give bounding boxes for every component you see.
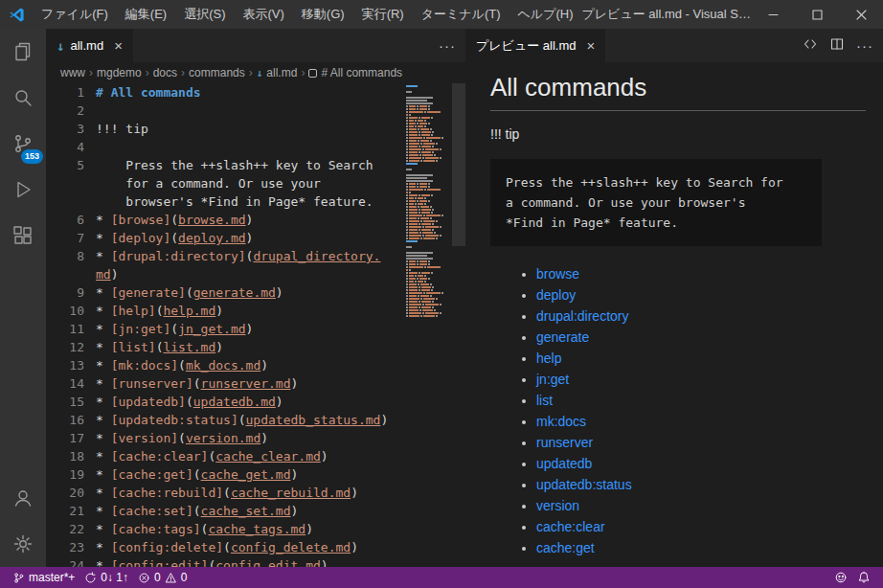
editor-pane[interactable]: 1# All commands23!!! tip45 Press the ++s…	[46, 83, 465, 567]
settings-gear-icon[interactable]	[0, 521, 46, 567]
code-row[interactable]: 8* [drupal:directory](drupal_directory.	[46, 247, 404, 265]
code-row[interactable]: 1# All commands	[46, 83, 404, 102]
breadcrumb-item[interactable]: mgdemo	[97, 66, 142, 79]
warning-icon	[165, 572, 177, 584]
git-branch-status[interactable]: master*+	[8, 567, 79, 588]
accounts-icon[interactable]	[0, 475, 46, 521]
command-link[interactable]: generate	[536, 329, 589, 345]
command-link[interactable]: list	[536, 393, 553, 408]
code-row[interactable]: 7* [deploy](deploy.md)	[46, 229, 404, 247]
command-link[interactable]: updatedb:status	[536, 477, 632, 492]
code-row[interactable]: 5 Press the ++slash++ key to Search	[46, 156, 404, 174]
tab-all-md[interactable]: ↓ all.md ×	[46, 29, 133, 62]
code-line: md)	[84, 265, 118, 283]
menu-item[interactable]: 編集(E)	[117, 0, 175, 29]
code-row[interactable]: 22* [cache:tags](cache_tags.md)	[46, 520, 404, 538]
breadcrumb-label: # All commands	[321, 66, 402, 79]
command-link[interactable]: version	[536, 498, 579, 513]
minimap-line	[406, 281, 450, 283]
editor-scrollbar[interactable]	[452, 83, 465, 567]
command-link[interactable]: drupal:directory	[536, 308, 629, 324]
minimap[interactable]	[406, 85, 450, 318]
command-link[interactable]: cache:get	[536, 540, 595, 555]
menu-item[interactable]: ヘルプ(H)	[509, 0, 582, 29]
source-control-icon[interactable]: 153	[0, 121, 46, 167]
preview-tab-actions: ···	[793, 29, 883, 62]
minimap-line	[406, 203, 450, 205]
minimize-button[interactable]	[751, 0, 795, 29]
menu-item[interactable]: 移動(G)	[293, 0, 353, 29]
notifications-bell-icon[interactable]	[852, 567, 875, 588]
code-row[interactable]: 4	[46, 138, 404, 156]
code-row[interactable]: 10* [help](help.md)	[46, 302, 404, 320]
feedback-smiley-icon[interactable]	[829, 567, 852, 588]
code-row[interactable]: 3!!! tip	[46, 120, 404, 138]
command-link[interactable]: mk:docs	[536, 414, 586, 429]
code-row[interactable]: 6* [browse](browse.md)	[46, 211, 404, 229]
code-line: * [cache:tags](cache_tags.md)	[84, 520, 313, 538]
line-number: 11	[46, 320, 84, 338]
code-row[interactable]: 18* [cache:clear](cache_clear.md)	[46, 447, 404, 465]
code-row[interactable]: 15* [updatedb](updatedb.md)	[46, 393, 404, 411]
code-row[interactable]: 23* [config:delete](config_delete.md)	[46, 538, 404, 556]
code-row[interactable]: 20* [cache:rebuild](cache_rebuild.md)	[46, 484, 404, 502]
breadcrumb-item[interactable]: # All commands	[308, 66, 402, 79]
breadcrumb-item[interactable]: commands	[189, 66, 245, 79]
breadcrumb-item[interactable]: ↓all.md	[257, 66, 298, 79]
code-row[interactable]: browser's *Find in Page* feature.	[46, 192, 404, 211]
run-debug-icon[interactable]	[0, 167, 46, 213]
menu-item[interactable]: 選択(S)	[175, 0, 234, 29]
code-row[interactable]: 24* [config:edit](config_edit.md)	[46, 556, 404, 567]
minimap-line	[406, 229, 450, 231]
tab-close-icon[interactable]: ×	[587, 38, 596, 53]
vscode-logo-icon[interactable]	[0, 0, 33, 29]
menu-item[interactable]: ファイル(F)	[33, 0, 117, 29]
explorer-icon[interactable]	[0, 29, 46, 75]
window-title-area: プレビュー all.md - Visual Studio Code	[581, 0, 751, 29]
window-controls	[751, 0, 883, 29]
sync-status[interactable]: 0↓ 1↑	[79, 567, 133, 588]
command-link[interactable]: cache:clear	[536, 519, 605, 534]
command-link[interactable]: browse	[536, 266, 579, 282]
code-row[interactable]: 16* [updatedb:status](updatedb_status.md…	[46, 411, 404, 429]
command-link[interactable]: deploy	[536, 287, 576, 303]
more-actions-icon[interactable]: ···	[439, 37, 456, 54]
scrollbar-thumb[interactable]	[452, 83, 465, 246]
code-row[interactable]: 12* [list](list.md)	[46, 338, 404, 356]
minimap-line	[406, 315, 450, 317]
minimap-line	[406, 183, 450, 185]
command-link[interactable]: jn:get	[536, 372, 569, 387]
breadcrumb-item[interactable]: www	[60, 66, 85, 79]
tab-close-icon[interactable]: ×	[114, 38, 123, 53]
code-row[interactable]: 2	[46, 102, 404, 120]
maximize-button[interactable]	[795, 0, 839, 29]
code-row[interactable]: 14* [runserver](runserver.md)	[46, 374, 404, 393]
code-line: * [mk:docs](mk_docs.md)	[84, 356, 268, 374]
code-row[interactable]: 13* [mk:docs](mk_docs.md)	[46, 356, 404, 374]
menu-item[interactable]: 表示(V)	[235, 0, 293, 29]
code-row[interactable]: 17* [version](version.md)	[46, 429, 404, 447]
code-row[interactable]: md)	[46, 265, 404, 283]
line-number: 3	[46, 120, 84, 138]
more-actions-icon[interactable]: ···	[856, 37, 873, 54]
code-row[interactable]: 19* [cache:get](cache_get.md)	[46, 465, 404, 484]
close-button[interactable]	[839, 0, 883, 29]
breadcrumb-item[interactable]: docs	[153, 66, 177, 79]
extensions-icon[interactable]	[0, 213, 46, 259]
show-source-icon[interactable]	[803, 36, 818, 55]
split-editor-icon[interactable]	[829, 36, 845, 55]
code-row[interactable]: for a command. Or use your	[46, 174, 404, 192]
code-row[interactable]: 11* [jn:get](jn_get.md)	[46, 320, 404, 338]
command-link[interactable]: updatedb	[536, 456, 592, 471]
menu-item[interactable]: 実行(R)	[353, 0, 413, 29]
tab-preview-all-md[interactable]: プレビュー all.md ×	[465, 29, 605, 62]
code-row[interactable]: 21* [cache:set](cache_set.md)	[46, 502, 404, 520]
minimap-line	[406, 105, 450, 107]
search-icon[interactable]	[0, 75, 46, 121]
command-link[interactable]: help	[536, 351, 561, 366]
code-row[interactable]: 9* [generate](generate.md)	[46, 283, 404, 302]
command-link[interactable]: runserver	[536, 435, 593, 450]
problems-status[interactable]: 0 0	[133, 567, 192, 588]
tip-text: !!! tip	[490, 126, 866, 142]
menu-item[interactable]: ターミナル(T)	[413, 0, 509, 29]
